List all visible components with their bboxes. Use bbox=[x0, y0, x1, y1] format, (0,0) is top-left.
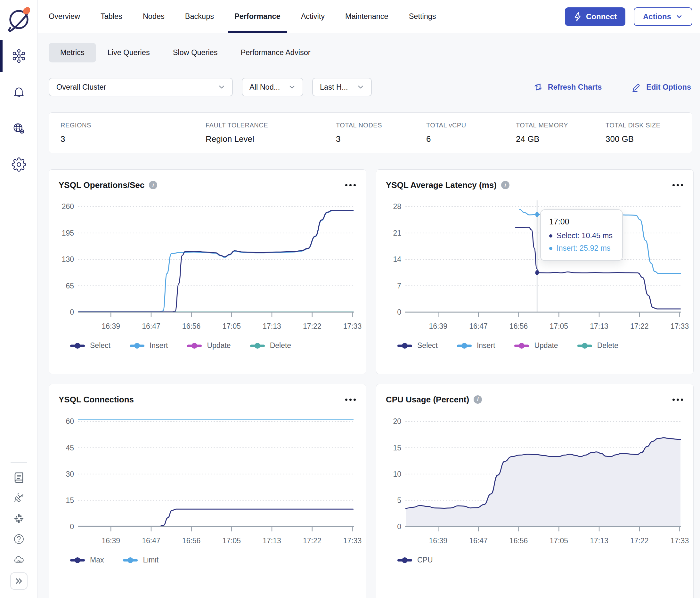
tab-overview[interactable]: Overview bbox=[39, 0, 90, 33]
legend-item-select[interactable]: Select bbox=[397, 341, 438, 350]
stat-label: TOTAL DISK SIZE bbox=[605, 122, 670, 129]
x-axis-tick-label: 17:33 bbox=[343, 537, 362, 545]
legend-label: Delete bbox=[597, 341, 618, 350]
stat-label: TOTAL vCPU bbox=[426, 122, 516, 129]
info-icon[interactable]: i bbox=[501, 181, 509, 189]
tooltip-row-insert: Insert: 25.92 ms bbox=[549, 244, 612, 253]
sidebar-item-integrations[interactable] bbox=[0, 488, 38, 509]
x-axis-tick-label: 16:56 bbox=[509, 537, 528, 545]
x-axis-tick-label: 17:22 bbox=[630, 537, 649, 545]
stat-value: 3 bbox=[336, 134, 426, 144]
legend-item-delete[interactable]: Delete bbox=[250, 341, 291, 350]
refresh-charts-button[interactable]: Refresh Charts bbox=[533, 82, 602, 92]
stat-regions: REGIONS 3 bbox=[60, 122, 206, 144]
chart-menu-button[interactable] bbox=[672, 182, 684, 188]
x-axis-tick-label: 16:47 bbox=[469, 537, 488, 545]
y-axis-tick-label: 7 bbox=[397, 282, 401, 290]
legend-label: Update bbox=[534, 341, 558, 350]
sidebar-item-docs[interactable] bbox=[0, 467, 38, 488]
tab-backups[interactable]: Backups bbox=[175, 0, 224, 33]
time-range-dropdown[interactable]: Last H... bbox=[312, 78, 372, 96]
info-icon[interactable]: i bbox=[149, 181, 157, 189]
series-line-insert bbox=[78, 211, 353, 312]
info-icon[interactable]: i bbox=[474, 395, 482, 404]
y-axis-tick-label: 5 bbox=[397, 496, 401, 504]
legend-item-update[interactable]: Update bbox=[187, 341, 230, 350]
legend-marker-icon bbox=[250, 342, 265, 349]
chart-card-ysql-operations-sec: YSQL Operations/Seci 06513019526016:3916… bbox=[49, 170, 366, 374]
chevron-down-icon bbox=[218, 83, 226, 91]
lightning-bolt-icon bbox=[574, 12, 582, 22]
chart-menu-button[interactable] bbox=[672, 397, 684, 403]
nodes-dropdown[interactable]: All Nod... bbox=[242, 78, 303, 96]
tab-settings[interactable]: Settings bbox=[399, 0, 446, 33]
charts-grid: YSQL Operations/Seci 06513019526016:3916… bbox=[49, 170, 692, 598]
y-axis-tick-label: 14 bbox=[393, 255, 401, 263]
stat-value: 24 GB bbox=[516, 134, 605, 144]
legend-marker-icon bbox=[187, 342, 202, 349]
sidebar-item-slack[interactable] bbox=[0, 509, 38, 529]
tab-nodes[interactable]: Nodes bbox=[132, 0, 175, 33]
connect-button[interactable]: Connect bbox=[565, 7, 625, 26]
chart-plot-cpu-usage-percent: 0510152016:3916:4716:5617:0517:1317:2217… bbox=[386, 410, 684, 547]
x-axis-tick-label: 17:22 bbox=[303, 537, 322, 545]
x-axis-tick-label: 17:33 bbox=[343, 322, 362, 330]
legend-marker-icon bbox=[457, 342, 472, 349]
chart-menu-button[interactable] bbox=[345, 397, 356, 403]
legend-label: Delete bbox=[270, 341, 291, 350]
tab-tables[interactable]: Tables bbox=[90, 0, 132, 33]
chart-plot-ysql-operations-sec: 06513019526016:3916:4716:5617:0517:1317:… bbox=[58, 196, 356, 333]
stat-value: 3 bbox=[60, 134, 206, 144]
sidebar-item-settings[interactable] bbox=[0, 146, 38, 182]
actions-button[interactable]: Actions bbox=[634, 7, 692, 26]
legend-item-delete[interactable]: Delete bbox=[577, 341, 618, 350]
stat-label: FAULT TOLERANCE bbox=[206, 122, 336, 129]
yugabyte-logo[interactable] bbox=[0, 0, 38, 38]
y-axis-tick-label: 15 bbox=[393, 444, 401, 452]
legend-label: Limit bbox=[143, 556, 158, 564]
y-axis-tick-label: 10 bbox=[393, 470, 401, 478]
subtab-live-queries[interactable]: Live Queries bbox=[96, 43, 161, 62]
legend-item-limit[interactable]: Limit bbox=[123, 556, 158, 564]
subtab-slow-queries[interactable]: Slow Queries bbox=[161, 43, 229, 62]
legend-item-max[interactable]: Max bbox=[70, 556, 104, 564]
legend-item-select[interactable]: Select bbox=[70, 341, 110, 350]
sidebar-item-cloud-status[interactable] bbox=[0, 549, 38, 570]
tab-maintenance[interactable]: Maintenance bbox=[335, 0, 399, 33]
legend-item-update[interactable]: Update bbox=[514, 341, 558, 350]
chart-title: CPU Usage (Percent) bbox=[386, 395, 469, 405]
y-axis-tick-label: 0 bbox=[397, 308, 401, 316]
legend-marker-icon bbox=[514, 342, 529, 349]
legend-item-insert[interactable]: Insert bbox=[457, 341, 495, 350]
legend-item-insert[interactable]: Insert bbox=[130, 341, 168, 350]
stat-label: TOTAL MEMORY bbox=[516, 122, 605, 129]
stat-fault-tolerance: FAULT TOLERANCE Region Level bbox=[206, 122, 336, 144]
legend-item-cpu[interactable]: CPU bbox=[397, 556, 433, 564]
legend-marker-icon bbox=[577, 342, 592, 349]
x-axis-tick-label: 17:13 bbox=[590, 322, 608, 330]
sidebar-item-clusters[interactable] bbox=[0, 38, 38, 74]
chart-legend: CPU bbox=[386, 556, 684, 564]
sidebar-item-alerts[interactable] bbox=[0, 74, 38, 110]
sidebar-item-network[interactable] bbox=[0, 110, 38, 146]
x-axis-tick-label: 17:05 bbox=[550, 537, 568, 545]
metrics-filter-row: Overall Cluster All Nod... Last H... bbox=[49, 78, 692, 96]
chart-menu-button[interactable] bbox=[345, 182, 356, 188]
gear-icon bbox=[11, 157, 26, 172]
tab-performance[interactable]: Performance bbox=[224, 0, 291, 33]
x-axis-tick-label: 16:47 bbox=[469, 322, 488, 330]
x-axis-tick-label: 16:39 bbox=[429, 537, 447, 545]
x-axis-tick-label: 17:22 bbox=[630, 322, 649, 330]
tab-activity[interactable]: Activity bbox=[291, 0, 335, 33]
globe-gear-icon bbox=[11, 121, 26, 136]
edit-options-button[interactable]: Edit Options bbox=[631, 82, 691, 92]
y-axis-tick-label: 0 bbox=[70, 308, 74, 316]
y-axis-tick-label: 21 bbox=[393, 229, 401, 237]
chart-title: YSQL Operations/Sec bbox=[58, 180, 144, 190]
x-axis-tick-label: 16:39 bbox=[101, 537, 120, 545]
expand-sidebar-button[interactable] bbox=[10, 572, 28, 590]
cluster-scope-dropdown[interactable]: Overall Cluster bbox=[49, 78, 233, 96]
subtab-metrics[interactable]: Metrics bbox=[49, 43, 96, 62]
sidebar-item-help[interactable] bbox=[0, 529, 38, 549]
subtab-performance-advisor[interactable]: Performance Advisor bbox=[229, 43, 322, 62]
